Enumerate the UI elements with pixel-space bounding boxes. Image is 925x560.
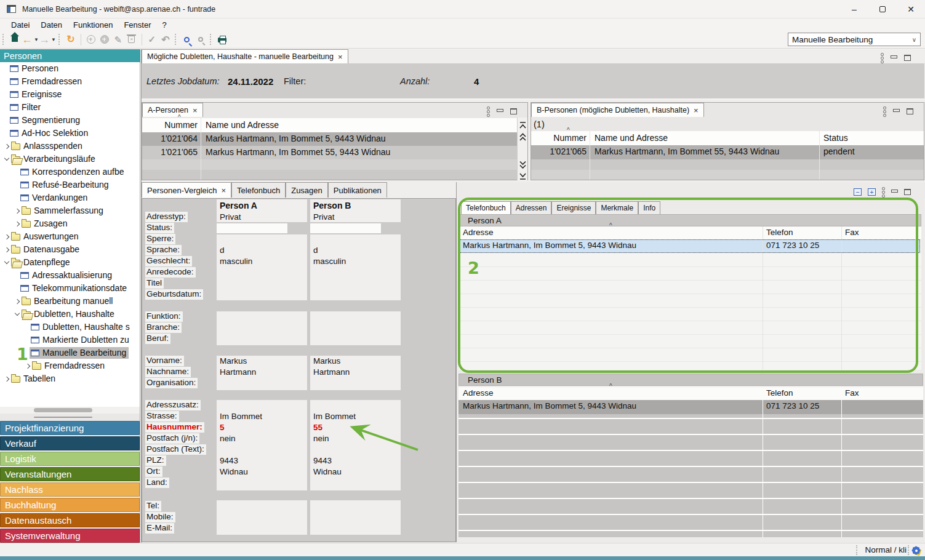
sidebar-section-veranstaltungen[interactable]: Veranstaltungen xyxy=(0,467,140,481)
tree-item-ereignisse[interactable]: Ereignisse xyxy=(0,88,140,101)
window-maximize-button[interactable] xyxy=(868,0,897,18)
tree-item-auswertungen[interactable]: Auswertungen xyxy=(0,230,140,243)
tab-close-icon[interactable]: × xyxy=(193,106,198,114)
person-b-section-header[interactable]: Person B xyxy=(458,374,923,386)
tree-item-telekommunikationsdate[interactable]: Telekommunikationsdate xyxy=(0,282,140,295)
panel-menu-icon[interactable] xyxy=(882,187,885,198)
menu-item-funktionen[interactable]: Funktionen xyxy=(68,20,118,30)
phonebook-b-header[interactable]: ^ Adresse Telefon Fax xyxy=(458,387,923,400)
tree-item-verdankungen[interactable]: Verdankungen xyxy=(0,191,140,204)
undo-button[interactable]: ↶ xyxy=(159,32,172,47)
home-button[interactable] xyxy=(8,32,22,47)
page-down-icon[interactable] xyxy=(519,161,527,169)
scrollbar-thumb[interactable] xyxy=(34,408,92,412)
phonebook-a-header[interactable]: ^ Adresse Telefon Fax xyxy=(458,226,921,239)
table-row[interactable]: 1'021'065 Markus Hartmann, Im Bommet 55,… xyxy=(142,146,517,159)
back-button[interactable]: ←▼ xyxy=(22,32,39,47)
table-row[interactable]: 1'021'064 Markus Hartmann, Im Bommet 5, … xyxy=(142,132,517,146)
sidebar-section-logistik[interactable]: Logistik xyxy=(0,452,140,466)
column-header-name-adresse[interactable]: Name und Adresse xyxy=(206,120,279,130)
tree-item-fremdadressen[interactable]: Fremdadressen xyxy=(0,75,140,88)
column-header-telefon[interactable]: Telefon xyxy=(766,388,793,398)
settings-gear-icon[interactable] xyxy=(912,546,920,554)
tree-item-dubletten-haushalte[interactable]: Dubletten, Haushalte xyxy=(0,308,140,321)
tab-telefonbuch[interactable]: Telefonbuch xyxy=(461,201,511,214)
sidebar-section-buchhaltung[interactable]: Buchhaltung xyxy=(0,498,140,512)
collapse-all-icon[interactable]: − xyxy=(854,188,862,196)
column-header-nummer[interactable]: Nummer xyxy=(142,120,198,130)
add-related-button[interactable] xyxy=(98,32,111,47)
page-up-icon[interactable] xyxy=(519,133,527,141)
column-header-name-adresse[interactable]: Name und Adresse xyxy=(595,133,668,143)
tree-expander-icon[interactable] xyxy=(4,143,9,148)
tree-item-datenpflege[interactable]: Datenpflege xyxy=(0,256,140,269)
field-box[interactable] xyxy=(217,223,287,233)
search-button[interactable] xyxy=(180,32,194,47)
column-header-adresse[interactable]: Adresse xyxy=(463,228,494,237)
tab-moegliche-dubletten[interactable]: Mögliche Dubletten, Haushalte - manuelle… xyxy=(142,49,348,63)
tree-expander-icon[interactable] xyxy=(15,208,20,213)
expand-all-icon[interactable]: + xyxy=(868,188,876,196)
panel-minimize-icon[interactable] xyxy=(891,55,897,58)
confirm-button[interactable]: ✓ xyxy=(145,32,159,47)
back-dropdown-icon[interactable]: ▼ xyxy=(34,37,39,42)
tree-item-segmentierung[interactable]: Segmentierung xyxy=(0,114,140,127)
sidebar-section-verkauf[interactable]: Verkauf xyxy=(0,436,140,450)
tab-publikationen[interactable]: Publikationen xyxy=(328,182,387,198)
column-header-fax[interactable]: Fax xyxy=(845,388,859,398)
tree-item-filter[interactable]: Filter xyxy=(0,101,140,114)
window-minimize-button[interactable]: – xyxy=(840,0,868,18)
phonebook-a-row[interactable]: Markus Hartmann, Im Bommet 5, 9443 Widna… xyxy=(458,239,920,253)
tree-item-verarbeitungsläufe[interactable]: Verarbeitungsläufe xyxy=(0,153,140,166)
table-row-empty[interactable] xyxy=(142,170,517,180)
tree-item-sammelerfassung[interactable]: Sammelerfassung xyxy=(0,204,140,217)
forward-button[interactable]: →▼ xyxy=(39,32,56,47)
panel-maximize-icon[interactable] xyxy=(904,55,911,61)
tab-b-personen[interactable]: B-Personen (mögliche Dubletten, Haushalt… xyxy=(531,103,704,117)
tab-telefonbuch[interactable]: Telefonbuch xyxy=(231,182,286,198)
tab-merkmale[interactable]: Merkmale xyxy=(596,201,638,214)
edit-button[interactable]: ✎ xyxy=(111,32,125,47)
panel-maximize-icon[interactable] xyxy=(510,108,517,114)
tree-expander-icon[interactable] xyxy=(4,376,9,381)
tree-expander-icon[interactable] xyxy=(25,363,30,368)
add-button[interactable] xyxy=(84,32,98,47)
column-header-fax[interactable]: Fax xyxy=(845,228,859,237)
tree-expander-icon[interactable] xyxy=(4,234,9,239)
menu-item-daten[interactable]: Daten xyxy=(35,20,68,30)
panel-minimize-icon[interactable] xyxy=(891,190,898,193)
tab-close-icon[interactable]: × xyxy=(338,53,343,61)
panel-menu-icon[interactable] xyxy=(883,106,886,117)
perspective-select[interactable]: Manuelle Bearbeitung ∨ xyxy=(788,33,921,46)
tab-close-icon[interactable]: × xyxy=(694,106,699,114)
tab-zusagen[interactable]: Zusagen xyxy=(286,182,328,198)
delete-button[interactable]: × xyxy=(125,32,138,47)
tab-adressen[interactable]: Adressen xyxy=(511,201,552,214)
sidebar-section-projektfinanzierung[interactable]: Projektfinanzierung xyxy=(0,421,140,435)
menu-item-datei[interactable]: Datei xyxy=(6,20,35,30)
tab-personen-vergleich[interactable]: Personen-Vergleich× xyxy=(142,182,231,198)
panel-maximize-icon[interactable] xyxy=(904,189,911,195)
menu-item-fenster[interactable]: Fenster xyxy=(118,20,156,30)
first-row-icon[interactable] xyxy=(519,121,527,129)
table-row-empty[interactable] xyxy=(142,159,517,170)
tab-ereignisse[interactable]: Ereignisse xyxy=(551,201,596,214)
tree-item-anlassspenden[interactable]: Anlassspenden xyxy=(0,140,140,153)
panel-menu-icon[interactable] xyxy=(487,106,490,117)
tree-expander-icon[interactable] xyxy=(15,298,20,303)
tab-info[interactable]: Info xyxy=(638,201,660,214)
tree-item-adressaktualisierung[interactable]: Adressaktualisierung xyxy=(0,269,140,282)
panel-maximize-icon[interactable] xyxy=(907,108,913,114)
search-secondary-button[interactable] xyxy=(194,32,207,47)
panel-menu-icon[interactable] xyxy=(881,53,884,63)
tree-item-korrespondenzen-aufbe[interactable]: Korrespondenzen aufbe xyxy=(0,166,140,178)
tree-item-bearbeitung-manuell[interactable]: Bearbeitung manuell xyxy=(0,295,140,308)
tree-item-ad-hoc-selektion[interactable]: Ad-Hoc Selektion xyxy=(0,127,140,140)
tree-expander-icon[interactable] xyxy=(15,221,20,226)
column-header-telefon[interactable]: Telefon xyxy=(766,228,793,237)
person-a-section-header[interactable]: Person A xyxy=(458,214,921,226)
sidebar-splitter[interactable] xyxy=(0,414,140,421)
print-button[interactable] xyxy=(215,32,229,47)
tree-expander-icon[interactable] xyxy=(4,156,9,161)
sidebar-section-datenaustausch[interactable]: Datenaustausch xyxy=(0,513,140,527)
